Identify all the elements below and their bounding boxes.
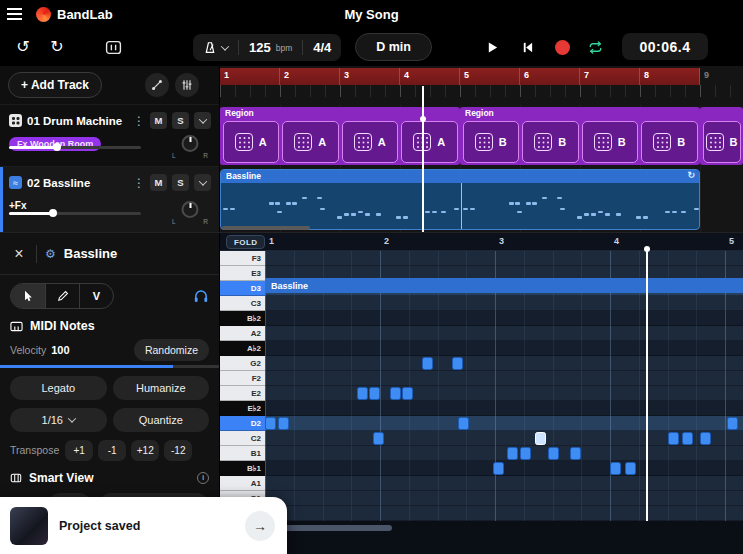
- bpm-button[interactable]: 125 bpm: [239, 34, 302, 61]
- piano-key[interactable]: C3: [220, 296, 265, 311]
- track-collapse-button[interactable]: [194, 174, 211, 191]
- piano-key[interactable]: C2: [220, 431, 265, 446]
- note-grid[interactable]: Bassline: [265, 251, 743, 521]
- drum-pattern-cell[interactable]: B: [522, 121, 579, 163]
- drum-pattern-cell[interactable]: B: [582, 121, 639, 163]
- playhead-dot[interactable]: [644, 246, 650, 252]
- piano-key[interactable]: A♭2: [220, 341, 265, 356]
- bassline-region[interactable]: Bassline ↻: [220, 169, 700, 230]
- drum-pattern-cell[interactable]: B: [463, 121, 520, 163]
- track-collapse-button[interactable]: [194, 112, 211, 129]
- pan-knob[interactable]: [182, 135, 199, 152]
- bassline-region-header[interactable]: Bassline ↻: [221, 170, 699, 183]
- drum-region[interactable]: B: [700, 107, 743, 165]
- piano-key[interactable]: F2: [220, 371, 265, 386]
- skip-to-start-button[interactable]: [514, 35, 540, 59]
- piano-key[interactable]: E3: [220, 266, 265, 281]
- midi-note[interactable]: [452, 357, 463, 370]
- loop-button[interactable]: [582, 35, 608, 59]
- preview-listen-button[interactable]: [193, 288, 209, 304]
- midi-note[interactable]: [402, 387, 413, 400]
- track-menu-button[interactable]: ⋮: [133, 176, 145, 190]
- piano-key[interactable]: F3: [220, 251, 265, 266]
- piano-key[interactable]: B♭2: [220, 311, 265, 326]
- hamburger-menu-button[interactable]: [0, 0, 28, 28]
- piano-key[interactable]: D2: [220, 416, 265, 431]
- timeline-scrollbar[interactable]: [222, 226, 310, 230]
- timeline-playhead[interactable]: [422, 86, 424, 232]
- drum-pattern-cell[interactable]: A: [282, 121, 339, 163]
- midi-note[interactable]: [390, 387, 401, 400]
- velocity-tool-button[interactable]: V: [79, 284, 113, 308]
- midi-note[interactable]: [422, 357, 433, 370]
- legato-button[interactable]: Legato: [10, 376, 107, 400]
- midi-note[interactable]: [668, 432, 679, 445]
- drum-pattern-cell[interactable]: B: [641, 121, 698, 163]
- grid-size-select[interactable]: 1/16: [10, 408, 107, 432]
- song-key-button[interactable]: D min: [355, 33, 432, 61]
- piano-key[interactable]: B♭1: [220, 461, 265, 476]
- session-view-button[interactable]: [100, 35, 126, 59]
- clip-header-strip[interactable]: Bassline: [265, 278, 743, 293]
- timeline-ruler[interactable]: 123456789: [220, 66, 743, 105]
- close-editor-button[interactable]: ×: [10, 245, 28, 263]
- midi-note[interactable]: [682, 432, 693, 445]
- metronome-button[interactable]: [193, 34, 238, 61]
- instrument-settings-icon[interactable]: ⚙: [45, 247, 56, 261]
- midi-note[interactable]: [278, 417, 289, 430]
- time-signature-button[interactable]: 4/4: [303, 34, 341, 61]
- transpose-plus-12-button[interactable]: +12: [131, 440, 159, 461]
- midi-note[interactable]: [265, 417, 276, 430]
- midi-note[interactable]: [535, 432, 546, 445]
- transpose-minus-1-button[interactable]: -1: [98, 440, 126, 461]
- midi-note[interactable]: [625, 462, 636, 475]
- midi-note[interactable]: [369, 387, 380, 400]
- velocity-slider[interactable]: [0, 365, 219, 368]
- drum-pattern-cell[interactable]: A: [223, 121, 280, 163]
- piano-key[interactable]: G2: [220, 356, 265, 371]
- redo-button[interactable]: ↻: [44, 35, 70, 59]
- record-button[interactable]: [549, 35, 575, 59]
- midi-note[interactable]: [520, 447, 531, 460]
- humanize-button[interactable]: Humanize: [113, 376, 210, 400]
- pan-knob[interactable]: [182, 201, 199, 218]
- piano-key[interactable]: A1: [220, 476, 265, 491]
- drum-region[interactable]: RegionBBBB: [460, 107, 700, 165]
- piano-roll-playhead[interactable]: [646, 251, 648, 521]
- quantize-button[interactable]: Quantize: [113, 408, 210, 432]
- randomize-button[interactable]: Randomize: [134, 339, 209, 361]
- volume-fader[interactable]: [9, 146, 141, 149]
- drum-pattern-cell[interactable]: A: [401, 121, 458, 163]
- piano-key[interactable]: A2: [220, 326, 265, 341]
- mute-button[interactable]: M: [150, 174, 167, 191]
- fx-routing-button[interactable]: [145, 73, 169, 97]
- brand[interactable]: BandLab: [36, 7, 113, 22]
- volume-fader-handle[interactable]: [53, 143, 61, 151]
- add-track-button[interactable]: + Add Track: [8, 72, 102, 98]
- midi-note[interactable]: [373, 432, 384, 445]
- solo-button[interactable]: S: [172, 112, 189, 129]
- fold-button[interactable]: FOLD: [226, 235, 265, 249]
- track-drum-machine[interactable]: 01 Drum Machine ⋮ M S Fx Wooden Room L R: [0, 105, 219, 167]
- select-tool-button[interactable]: [11, 284, 45, 308]
- piano-key[interactable]: E♭2: [220, 401, 265, 416]
- toast-open-button[interactable]: →: [245, 511, 275, 541]
- piano-key[interactable]: B1: [220, 446, 265, 461]
- transpose-plus-1-button[interactable]: +1: [65, 440, 93, 461]
- drum-pattern-cell[interactable]: B: [703, 121, 741, 163]
- midi-note[interactable]: [507, 447, 518, 460]
- draw-tool-button[interactable]: [45, 284, 79, 308]
- midi-note[interactable]: [570, 447, 581, 460]
- mixer-button[interactable]: [175, 73, 199, 97]
- mute-button[interactable]: M: [150, 112, 167, 129]
- solo-button[interactable]: S: [172, 174, 189, 191]
- midi-note[interactable]: [458, 417, 469, 430]
- track-menu-button[interactable]: ⋮: [133, 114, 145, 128]
- midi-note[interactable]: [700, 432, 711, 445]
- info-icon[interactable]: i: [197, 472, 209, 484]
- midi-note[interactable]: [357, 387, 368, 400]
- transpose-minus-12-button[interactable]: -12: [164, 440, 192, 461]
- drum-pattern-cell[interactable]: A: [342, 121, 399, 163]
- midi-note[interactable]: [727, 417, 738, 430]
- play-button[interactable]: [479, 35, 505, 59]
